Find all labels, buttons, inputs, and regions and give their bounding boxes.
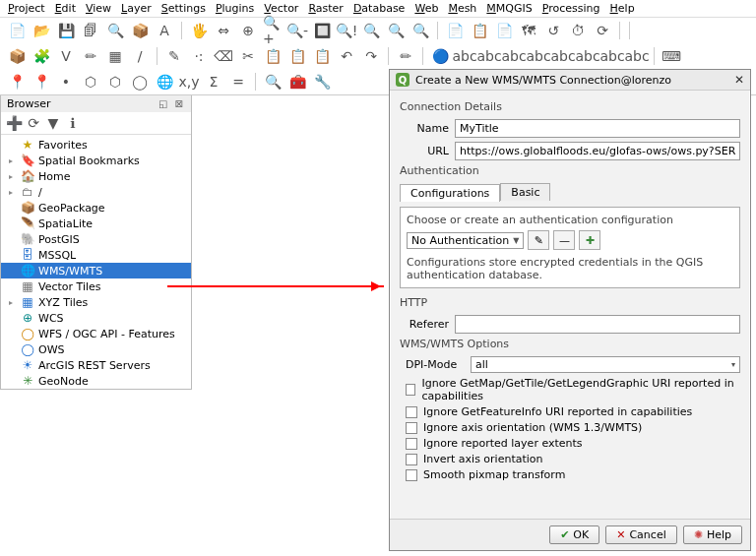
tab-basic[interactable]: Basic [500,183,550,201]
toolbar-button[interactable]: abc [577,45,598,67]
option-check-4[interactable]: Invert axis orientation [406,453,740,465]
close-icon[interactable]: ✕ [734,73,744,87]
menu-mesh[interactable]: Mesh [448,2,476,15]
option-check-1[interactable]: Ignore GetFeatureInfo URI reported in ca… [406,405,740,418]
dialog-title-bar[interactable]: Q Create a New WMS/WMTS Connection@loren… [390,70,750,91]
toolbar-button[interactable]: 📍 [31,71,52,93]
tree-item-spatialite[interactable]: 🪶SpatiaLite [1,216,191,231]
toolbar-button[interactable]: 🔍 [385,20,407,41]
toolbar-button[interactable]: 📄 [493,20,515,41]
cancel-button[interactable]: ✕Cancel [605,525,676,544]
menu-raster[interactable]: Raster [308,2,343,15]
tree-item-wms-wmts[interactable]: 🌐WMS/WMTS [1,263,191,278]
toolbar-button[interactable]: ⏱ [567,20,589,41]
toolbar-button[interactable]: ↺ [542,20,564,41]
toolbar-button[interactable]: 🌐 [154,71,175,93]
ok-button[interactable]: ✔OK [549,525,599,544]
toolbar-button[interactable]: = [227,71,249,93]
toolbar-button[interactable]: / [129,45,151,67]
tree-item-vector-tiles[interactable]: ▦Vector Tiles [1,278,191,294]
option-check-0[interactable]: Ignore GetMap/GetTile/GetLegendGraphic U… [406,377,740,402]
menu-settings[interactable]: Settings [161,2,206,15]
auth-select[interactable]: No Authentication▼ [407,232,524,249]
toolbar-button[interactable]: 📄 [6,20,28,41]
toolbar-button[interactable]: 🔍+ [262,20,284,41]
toolbar-button[interactable]: 🔵 [429,45,451,67]
toolbar-button[interactable]: ⌫ [213,45,234,67]
toolbar-button[interactable]: 📦 [6,45,28,67]
toolbar-button[interactable]: ✎ [163,45,185,67]
tree-item-geopackage[interactable]: 📦GeoPackage [1,200,191,216]
toolbar-button[interactable]: ⊕ [237,20,259,41]
tree-item-wcs[interactable]: ⊕WCS [1,310,191,326]
name-input[interactable] [455,119,740,138]
toolbar-button[interactable]: abc [601,45,623,67]
toolbar-button[interactable]: Σ [203,71,224,93]
menu-help[interactable]: Help [610,2,635,15]
tree-item-spatial-bookmarks[interactable]: ▸🔖Spatial Bookmarks [1,153,191,168]
tree-item-wfs-ogc-api-features[interactable]: ◯WFS / OGC API - Features [1,326,191,341]
option-check-3[interactable]: Ignore reported layer extents [406,437,740,450]
toolbar-button[interactable]: 🔍 [262,71,284,93]
menu-plugins[interactable]: Plugins [216,2,254,15]
checkbox-icon[interactable] [406,422,417,434]
toolbar-button[interactable]: 🗺 [518,20,539,41]
checkbox-icon[interactable] [406,406,417,418]
checkbox-icon[interactable] [406,469,417,481]
browser-tb-button[interactable]: ➕ [5,114,23,132]
toolbar-button[interactable]: 🔍 [104,20,126,41]
toolbar-button[interactable]: ·: [188,45,210,67]
browser-tb-button[interactable]: ⟳ [25,114,42,132]
toolbar-button[interactable]: • [55,71,77,93]
toolbar-button[interactable]: 🔧 [311,71,333,93]
browser-tb-button[interactable]: ℹ [64,114,82,132]
toolbar-button[interactable]: ⬡ [80,71,101,93]
toolbar-button[interactable]: ↷ [360,45,382,67]
toolbar-button[interactable]: ↶ [336,45,357,67]
menu-database[interactable]: Database [353,2,406,15]
toolbar-button[interactable]: ▦ [104,45,126,67]
auth-remove-button[interactable]: — [553,230,575,250]
checkbox-icon[interactable] [406,384,415,396]
toolbar-button[interactable]: V [55,45,77,67]
menu-edit[interactable]: Edit [55,2,76,15]
toolbar-button[interactable]: abc [503,45,525,67]
browser-tb-button[interactable]: ▼ [44,114,62,132]
tab-configurations[interactable]: Configurations [400,184,500,202]
toolbar-button[interactable]: 🔍- [286,20,308,41]
tree-item-mssql[interactable]: 🗄MSSQL [1,247,191,263]
menu-processing[interactable]: Processing [542,2,600,15]
tree-item-geonode[interactable]: ✳GeoNode [1,373,191,389]
menu-vector[interactable]: Vector [264,2,298,15]
toolbar-button[interactable]: abc [454,45,475,67]
toolbar-button[interactable]: A [154,20,175,41]
tree-item-favorites[interactable]: ★Favorites [1,137,191,153]
option-check-5[interactable]: Smooth pixmap transform [406,468,740,481]
dpi-select[interactable]: all▾ [471,356,740,373]
tree-item-ows[interactable]: ◯OWS [1,341,191,357]
toolbar-button[interactable]: ⟳ [592,20,613,41]
toolbar-button[interactable]: 📋 [311,45,333,67]
toolbar-button[interactable]: abc [626,45,648,67]
toolbar-button[interactable]: 📄 [444,20,466,41]
checkbox-icon[interactable] [406,454,417,465]
toolbar-button[interactable]: ✏ [395,45,416,67]
toolbar-button[interactable]: abc [528,45,549,67]
referer-input[interactable] [455,315,740,334]
toolbar-button[interactable]: ✏ [80,45,101,67]
toolbar-button[interactable]: 🧩 [31,45,52,67]
toolbar-button[interactable]: 📂 [31,20,52,41]
toolbar-button[interactable]: 🧰 [286,71,308,93]
tree-item-home[interactable]: ▸🏠Home [1,168,191,184]
menu-mmqgis[interactable]: MMQGIS [486,2,532,15]
toolbar-button[interactable]: 📦 [129,20,151,41]
toolbar-button[interactable]: ⇔ [213,20,234,41]
auth-add-button[interactable]: ✚ [579,230,600,250]
toolbar-button[interactable]: abc [478,45,500,67]
menu-view[interactable]: View [86,2,111,15]
toolbar-button[interactable]: 🔍 [360,20,382,41]
menu-project[interactable]: Project [8,2,45,15]
toolbar-button[interactable]: 📋 [469,20,490,41]
tree-item-postgis[interactable]: 🐘PostGIS [1,231,191,247]
help-button[interactable]: ✺Help [683,525,742,544]
